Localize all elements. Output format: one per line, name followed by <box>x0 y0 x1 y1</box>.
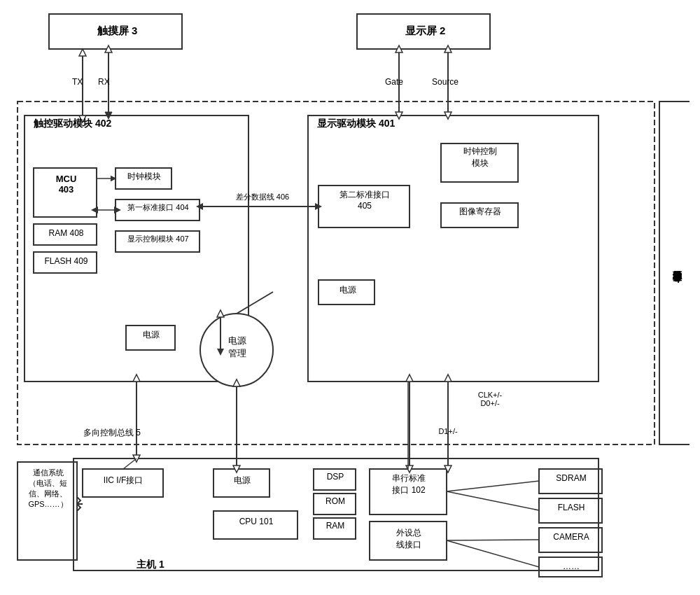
svg-marker-65 <box>233 465 240 472</box>
source-label: Source <box>432 77 458 87</box>
display-driver-label: 显示驱动模块 401 <box>312 118 486 130</box>
svg-marker-41 <box>444 46 451 52</box>
clock-ctrl-label: 时钟控制 模块 <box>443 146 517 169</box>
flash-ext-label: FLASH <box>541 503 601 512</box>
outer-module-label: 触控显示驱动模块 4 <box>662 104 692 445</box>
dsp-label: DSP <box>315 472 356 482</box>
svg-rect-0 <box>18 102 654 444</box>
svg-line-72 <box>447 540 539 567</box>
display-screen-label: 显示屏 2 <box>360 24 490 38</box>
d1-label: D1+/- <box>420 427 476 435</box>
peripheral-bus-label: 外设总 线接口 <box>371 527 447 551</box>
touchscreen-label: 触摸屏 3 <box>52 24 182 38</box>
svg-marker-60 <box>217 310 224 317</box>
svg-marker-54 <box>406 374 413 382</box>
gate-label: Gate <box>385 77 403 87</box>
svg-marker-58 <box>133 455 140 462</box>
rx-label: RX <box>98 77 110 87</box>
diagram-container: 触摸屏 3 显示屏 2 TX RX Gate Source 触控驱动模块 402… <box>7 7 690 588</box>
mcu-label: MCU 403 <box>36 174 96 195</box>
multi-bus-label: 多向控制总线 5 <box>59 427 164 439</box>
dots-label: …… <box>541 561 601 571</box>
touch-driver-label: 触控驱动模块 402 <box>28 118 168 130</box>
sdram-label: SDRAM <box>541 473 601 483</box>
power2-label: 电源 <box>321 284 375 296</box>
svg-marker-35 <box>105 46 112 52</box>
cpu-label: CPU 101 <box>215 517 298 526</box>
svg-line-69 <box>447 481 539 491</box>
rom-label: ROM <box>315 496 356 506</box>
std-iface405-label: 第二标准接口 405 <box>321 189 409 211</box>
diff-data-label: 差分数据线 406 <box>210 192 315 202</box>
iic-iface-label: IIC I/F接口 <box>84 475 162 486</box>
svg-line-67 <box>123 458 136 469</box>
svg-marker-52 <box>444 465 451 472</box>
serial-iface-label: 串行标准 接口 102 <box>371 472 447 496</box>
display-ctrl407-label: 显示控制模块 407 <box>117 234 200 244</box>
power3-label: 电源 <box>215 475 270 486</box>
svg-marker-64 <box>233 379 240 386</box>
svg-marker-57 <box>133 374 140 382</box>
svg-marker-38 <box>396 46 402 52</box>
tx-label: TX <box>72 77 83 87</box>
ram408-label: RAM 408 <box>36 228 96 238</box>
clock-module-label: 时钟模块 <box>118 171 171 183</box>
svg-line-71 <box>447 540 539 540</box>
svg-marker-45 <box>91 206 98 214</box>
power1-label: 电源 <box>127 329 175 341</box>
flash409-label: FLASH 409 <box>36 256 96 266</box>
host-label: 主机 1 <box>122 559 178 571</box>
image-mem-label: 图像寄存器 <box>443 206 517 218</box>
std-iface404-label: 第一标准接口 404 <box>117 202 200 213</box>
svg-line-62 <box>237 292 273 314</box>
comm-sys-label: 通信系统 （电话、短 信、网络、 GPS……） <box>19 468 77 510</box>
camera-label: CAMERA <box>541 532 601 542</box>
svg-marker-55 <box>406 465 413 472</box>
svg-marker-32 <box>79 49 86 56</box>
clk-label: CLK+/- D0+/- <box>455 391 525 407</box>
svg-line-70 <box>447 491 539 510</box>
ram-host-label: RAM <box>315 521 356 531</box>
power-mgmt-label: 电源 管理 <box>210 335 265 360</box>
svg-marker-51 <box>444 374 451 382</box>
